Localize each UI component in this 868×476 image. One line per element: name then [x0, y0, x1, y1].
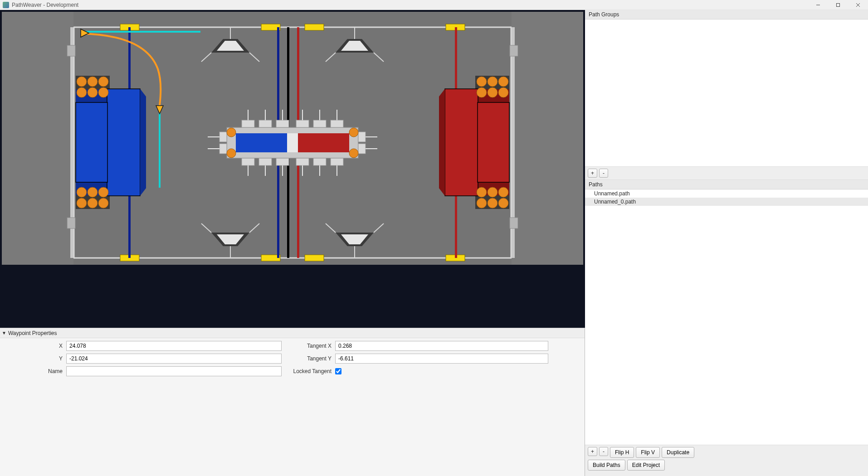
- svg-rect-81: [219, 144, 227, 154]
- svg-rect-32: [76, 102, 107, 182]
- collapse-icon: ▼: [2, 330, 6, 335]
- svg-point-55: [477, 87, 487, 97]
- path-item[interactable]: Unnamed_0.path: [585, 198, 868, 206]
- svg-rect-79: [331, 158, 343, 165]
- svg-rect-27: [510, 218, 518, 228]
- svg-point-38: [88, 87, 98, 97]
- svg-rect-31: [107, 89, 140, 196]
- label-x: X: [4, 343, 63, 349]
- svg-point-40: [77, 187, 87, 197]
- build-paths-button[interactable]: Build Paths: [588, 460, 625, 471]
- svg-point-61: [477, 198, 487, 208]
- paths-list-spacer: [585, 206, 868, 445]
- svg-point-42: [98, 187, 108, 197]
- svg-rect-83: [358, 144, 366, 154]
- input-x[interactable]: [66, 341, 282, 351]
- flip-v-button[interactable]: Flip V: [636, 447, 660, 458]
- svg-rect-80: [219, 132, 227, 142]
- svg-marker-51: [439, 89, 445, 196]
- svg-rect-17: [305, 255, 324, 261]
- svg-rect-8: [512, 12, 583, 265]
- path-item[interactable]: Unnamed.path: [585, 189, 868, 198]
- svg-rect-26: [510, 45, 518, 56]
- label-name: Name: [4, 368, 63, 374]
- paths-header: Paths: [585, 180, 868, 189]
- svg-point-59: [488, 187, 497, 197]
- svg-point-35: [88, 77, 98, 87]
- svg-rect-13: [305, 24, 324, 30]
- svg-point-58: [477, 187, 487, 197]
- waypoint-properties-title: Waypoint Properties: [8, 330, 57, 336]
- titlebar: PathWeaver - Development: [0, 0, 868, 10]
- app-icon: [3, 2, 9, 8]
- svg-point-102: [349, 128, 358, 137]
- svg-point-43: [77, 198, 87, 208]
- svg-rect-65: [236, 133, 287, 152]
- path-group-remove-button[interactable]: -: [599, 169, 608, 178]
- svg-rect-78: [313, 158, 326, 165]
- svg-rect-69: [259, 120, 272, 127]
- svg-point-34: [77, 77, 87, 87]
- paths-list[interactable]: Unnamed.path Unnamed_0.path: [585, 189, 868, 206]
- svg-point-56: [488, 87, 497, 97]
- svg-rect-76: [276, 158, 289, 165]
- svg-rect-74: [242, 158, 254, 165]
- path-group-add-button[interactable]: +: [588, 169, 597, 178]
- label-locked-tangent: Locked Tangent: [291, 368, 332, 374]
- svg-rect-82: [358, 132, 366, 142]
- label-y: Y: [4, 355, 63, 362]
- svg-point-53: [488, 77, 497, 87]
- minimize-button[interactable]: [808, 0, 828, 10]
- svg-point-100: [227, 128, 236, 137]
- svg-point-57: [498, 87, 508, 97]
- svg-marker-33: [140, 89, 146, 196]
- flip-h-button[interactable]: Flip H: [610, 447, 634, 458]
- svg-point-52: [477, 77, 487, 87]
- svg-point-41: [88, 187, 98, 197]
- svg-rect-1: [837, 3, 840, 6]
- input-name[interactable]: [66, 366, 282, 376]
- path-remove-button[interactable]: -: [599, 447, 608, 456]
- path-groups-list[interactable]: [585, 19, 868, 166]
- duplicate-button[interactable]: Duplicate: [662, 447, 694, 458]
- svg-point-39: [98, 87, 108, 97]
- waypoint-properties-panel: ▼ Waypoint Properties X Tangent X: [0, 328, 585, 476]
- svg-rect-67: [298, 133, 349, 152]
- svg-rect-72: [313, 120, 326, 127]
- svg-point-36: [98, 77, 108, 87]
- svg-rect-68: [242, 120, 254, 127]
- path-groups-header: Path Groups: [585, 10, 868, 19]
- field-view[interactable]: [0, 10, 585, 328]
- svg-rect-75: [259, 158, 272, 165]
- input-y[interactable]: [66, 354, 282, 364]
- svg-rect-70: [276, 120, 289, 127]
- checkbox-locked-tangent[interactable]: [335, 368, 341, 374]
- edit-project-button[interactable]: Edit Project: [627, 460, 665, 471]
- svg-point-103: [349, 149, 358, 158]
- input-tangent-y[interactable]: [335, 354, 548, 364]
- svg-rect-49: [445, 89, 478, 196]
- window-title: PathWeaver - Development: [12, 2, 78, 8]
- close-button[interactable]: [848, 0, 868, 10]
- svg-rect-66: [287, 133, 298, 152]
- svg-point-44: [88, 198, 98, 208]
- svg-point-37: [77, 87, 87, 97]
- svg-rect-50: [478, 102, 509, 182]
- svg-point-63: [498, 198, 508, 208]
- svg-point-54: [498, 77, 508, 87]
- maximize-button[interactable]: [828, 0, 848, 10]
- svg-point-101: [227, 149, 236, 158]
- svg-point-60: [498, 187, 508, 197]
- path-add-button[interactable]: +: [588, 447, 597, 456]
- label-tangent-y: Tangent Y: [291, 355, 332, 362]
- svg-rect-7: [2, 12, 73, 265]
- input-tangent-x[interactable]: [335, 341, 548, 351]
- svg-rect-25: [67, 218, 75, 228]
- svg-rect-71: [296, 120, 309, 127]
- svg-rect-77: [296, 158, 309, 165]
- waypoint-properties-header[interactable]: ▼ Waypoint Properties: [0, 328, 585, 338]
- svg-rect-24: [67, 45, 75, 56]
- svg-point-45: [98, 198, 108, 208]
- window-controls: [808, 0, 868, 10]
- svg-point-62: [488, 198, 497, 208]
